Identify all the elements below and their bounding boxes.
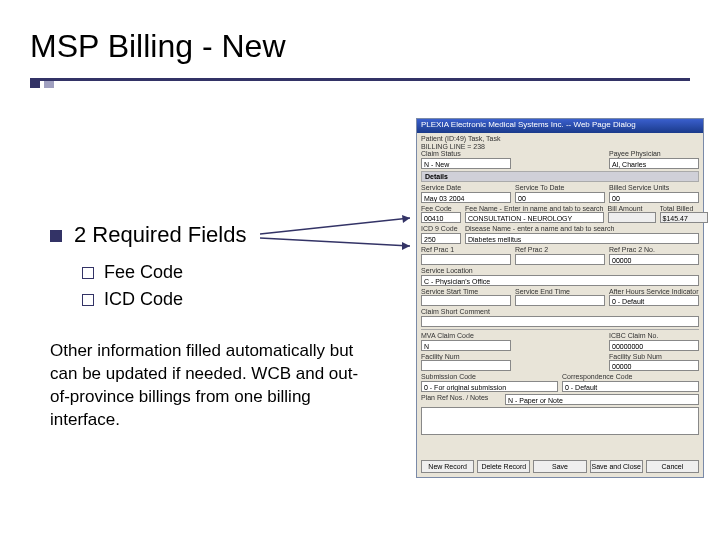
service-date-field[interactable]: May 03 2004	[421, 192, 511, 203]
fee-name-field[interactable]: CONSULTATION - NEUROLOGY	[465, 212, 604, 223]
facility-num-field[interactable]	[421, 360, 511, 371]
arrow-to-fee-code	[260, 214, 420, 254]
ref-prac2-no-field[interactable]: 00000	[609, 254, 699, 265]
cancel-button[interactable]: Cancel	[646, 460, 699, 473]
service-units-label: Billed Service Units	[609, 184, 699, 192]
bullet-square-icon	[50, 230, 62, 242]
note-label: Plan Ref Nos. / Notes	[421, 394, 501, 402]
hollow-box-icon	[82, 267, 94, 279]
service-start-label: Service Start Time	[421, 288, 511, 296]
sub-bullet-label: ICD Code	[104, 289, 183, 309]
fee-code-label: Fee Code	[421, 205, 461, 213]
submission-field[interactable]: 0 - For original submission	[421, 381, 558, 392]
sub-bullet-fee-code: Fee Code	[82, 262, 183, 283]
svg-line-2	[260, 238, 410, 246]
correspondence-label: Correspondence Code	[562, 373, 699, 381]
icd-name-field[interactable]: Diabetes mellitus	[465, 233, 699, 244]
mva-label: MVA Claim Code	[421, 332, 511, 340]
claim-status-field[interactable]: N - New	[421, 158, 511, 169]
slide-title: MSP Billing - New	[30, 28, 285, 65]
submission-label: Submission Code	[421, 373, 558, 381]
icd-hint: Disease Name - enter a name and tab to s…	[465, 225, 699, 233]
payee-label: Payee Physician	[609, 150, 699, 158]
title-underline	[30, 78, 690, 81]
save-button[interactable]: Save	[533, 460, 586, 473]
payee-field[interactable]: Al, Charles	[609, 158, 699, 169]
billing-dialog: PLEXIA Electronic Medical Systems Inc. -…	[416, 118, 704, 478]
mva-field[interactable]: N	[421, 340, 511, 351]
ref-prac2-field[interactable]	[515, 254, 605, 265]
bill-amount-field[interactable]	[608, 212, 656, 223]
service-start-field[interactable]	[421, 295, 511, 306]
save-close-button[interactable]: Save and Close	[590, 460, 643, 473]
svg-marker-1	[402, 215, 410, 223]
total-billed-field: $145.47	[660, 212, 708, 223]
icbc-label: ICBC Claim No.	[609, 332, 699, 340]
bullet-required-fields: 2 Required Fields	[50, 222, 246, 248]
new-record-button[interactable]: New Record	[421, 460, 474, 473]
fee-code-field[interactable]: 00410	[421, 212, 461, 223]
body-paragraph: Other information filled automatically b…	[50, 340, 370, 432]
ref-prac2-label: Ref Prac 2	[515, 246, 605, 254]
button-bar: New Record Delete Record Save Save and C…	[421, 460, 699, 473]
ref-prac2-no-label: Ref Prac 2 No.	[609, 246, 699, 254]
icbc-field[interactable]: 00000000	[609, 340, 699, 351]
ref-prac1-label: Ref Prac 1	[421, 246, 511, 254]
fee-code-hint: Fee Name - Enter in name and tab to sear…	[465, 205, 604, 213]
service-end-label: Service End Time	[515, 288, 605, 296]
service-location-field[interactable]: C - Physician's Office	[421, 275, 699, 286]
icd-code-label: ICD 9 Code	[421, 225, 461, 233]
ref-prac1-field[interactable]	[421, 254, 511, 265]
arrow-to-icd-code	[260, 224, 420, 264]
details-header: Details	[421, 171, 699, 182]
facility-sub-field[interactable]: 00000	[609, 360, 699, 371]
bill-amount-label: Bill Amount	[608, 205, 656, 213]
divider	[421, 329, 699, 330]
slide: MSP Billing - New 2 Required Fields Fee …	[0, 0, 720, 540]
sub-bullet-label: Fee Code	[104, 262, 183, 282]
patient-line: Patient (ID:49) Task, Task	[421, 135, 699, 143]
facility-num-label: Facility Num	[421, 353, 511, 361]
dialog-body: Patient (ID:49) Task, Task BILLING LINE …	[417, 133, 703, 439]
service-to-date-label: Service To Date	[515, 184, 605, 192]
hollow-box-icon	[82, 294, 94, 306]
billing-line: BILLING LINE = 238	[421, 143, 699, 151]
service-date-label: Service Date	[421, 184, 511, 192]
svg-line-0	[260, 218, 410, 234]
sub-bullet-icd-code: ICD Code	[82, 289, 183, 310]
note-type-field[interactable]: N - Paper or Note	[505, 394, 699, 405]
delete-record-button[interactable]: Delete Record	[477, 460, 530, 473]
short-comment-field[interactable]	[421, 316, 699, 327]
svg-marker-3	[402, 242, 410, 250]
after-hours-field[interactable]: 0 - Default	[609, 295, 699, 306]
notes-textarea[interactable]	[421, 407, 699, 435]
service-end-field[interactable]	[515, 295, 605, 306]
correspondence-field[interactable]: 0 - Default	[562, 381, 699, 392]
service-units-field[interactable]: 00	[609, 192, 699, 203]
short-comment-label: Claim Short Comment	[421, 308, 699, 316]
claim-status-label: Claim Status	[421, 150, 511, 158]
service-location-label: Service Location	[421, 267, 699, 275]
total-billed-label: Total Billed	[660, 205, 708, 213]
after-hours-label: After Hours Service Indicator	[609, 288, 699, 296]
dialog-titlebar: PLEXIA Electronic Medical Systems Inc. -…	[417, 119, 703, 133]
bullet-text: 2 Required Fields	[74, 222, 246, 247]
service-to-date-field[interactable]: 00	[515, 192, 605, 203]
facility-sub-label: Facility Sub Num	[609, 353, 699, 361]
icd-code-field[interactable]: 250	[421, 233, 461, 244]
sub-bullet-list: Fee Code ICD Code	[82, 256, 183, 316]
